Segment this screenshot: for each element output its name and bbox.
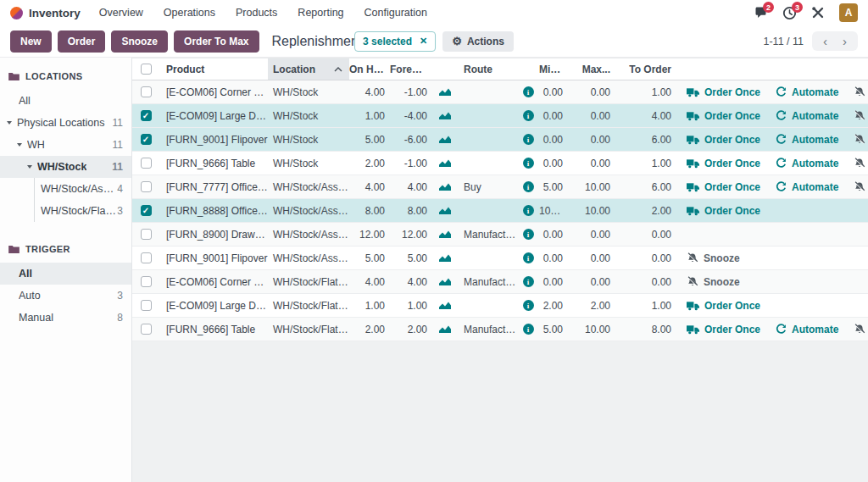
menu-overview[interactable]: Overview	[99, 7, 143, 19]
order-once-button[interactable]: Order Once	[687, 324, 760, 335]
to-order-cell[interactable]: 6.00	[617, 181, 678, 193]
order-once-button[interactable]: Order Once	[687, 86, 760, 98]
table-row[interactable]: [FURN_9666] TableWH/Stock/Flat P...2.002…	[132, 318, 868, 341]
product-cell[interactable]: [FURN_7777] Office Chair	[159, 181, 268, 193]
forecast-chart-button[interactable]	[432, 135, 458, 144]
messages-icon[interactable]: 2	[753, 5, 768, 20]
table-row[interactable]: [E-COM06] Corner Desk ...WH/Stock/Flat P…	[132, 270, 868, 294]
to-order-cell[interactable]: 1.00	[617, 158, 678, 169]
table-row[interactable]: ✓[E-COM09] Large DeskWH/Stock1.00-4.00i0…	[132, 104, 868, 128]
sidebar-item-auto[interactable]: Auto3	[0, 285, 131, 307]
user-avatar[interactable]: A	[839, 3, 858, 22]
product-cell[interactable]: [FURN_9001] Flipover	[159, 134, 268, 146]
table-row[interactable]: [FURN_9666] TableWH/Stock2.00-1.00i0.000…	[132, 152, 868, 175]
automate-button[interactable]: Automate	[776, 110, 838, 122]
menu-products[interactable]: Products	[236, 7, 277, 19]
table-row[interactable]: [E-COM06] Corner Desk ...WH/Stock4.00-1.…	[132, 80, 868, 104]
table-row[interactable]: ✓[FURN_9001] FlipoverWH/Stock5.00-6.00i0…	[132, 128, 868, 152]
column-header-route[interactable]: Route	[458, 64, 517, 75]
order-to-max-button[interactable]: Order To Max	[174, 30, 259, 53]
forecast-chart-button[interactable]	[432, 111, 458, 120]
sidebar-item-physical-locations[interactable]: Physical Locations11	[0, 112, 131, 134]
menu-reporting[interactable]: Reporting	[298, 7, 343, 19]
caret-down-icon[interactable]	[7, 121, 12, 125]
product-cell[interactable]: [FURN_9001] Flipover	[159, 252, 268, 264]
app-name[interactable]: Inventory	[29, 7, 81, 19]
to-order-cell[interactable]: 8.00	[617, 324, 678, 335]
info-icon[interactable]: i	[517, 181, 539, 192]
forecast-chart-button[interactable]	[432, 158, 458, 168]
product-cell[interactable]: [E-COM06] Corner Desk ...	[159, 276, 268, 288]
sidebar-item-wh-stock[interactable]: WH/Stock11	[0, 156, 131, 178]
new-button[interactable]: New	[10, 30, 52, 53]
info-icon[interactable]: i	[517, 229, 539, 240]
table-row[interactable]: [FURN_9001] FlipoverWH/Stock/Asse...5.00…	[132, 247, 868, 270]
to-order-cell[interactable]: 0.00	[617, 276, 678, 288]
forecast-chart-button[interactable]	[432, 87, 458, 97]
to-order-cell[interactable]: 2.00	[617, 205, 678, 217]
column-header-min[interactable]: Min ...	[539, 64, 568, 75]
row-checkbox[interactable]: ✓	[132, 134, 159, 145]
tools-icon[interactable]	[810, 5, 826, 20]
table-row[interactable]: [FURN_7777] Office ChairWH/Stock/Asse...…	[132, 175, 868, 199]
snooze-button[interactable]: Snooze	[687, 252, 740, 264]
automate-button[interactable]: Automate	[776, 181, 838, 193]
snooze-button[interactable]: Snooze	[687, 276, 740, 288]
app-brand[interactable]: Inventory	[10, 7, 81, 19]
forecast-chart-button[interactable]	[432, 230, 458, 239]
info-icon[interactable]: i	[517, 134, 539, 145]
caret-down-icon[interactable]	[17, 143, 22, 147]
automate-button[interactable]: Automate	[776, 324, 838, 335]
snooze-button[interactable]: Snooze	[854, 158, 868, 169]
sidebar-item-manual[interactable]: Manual8	[0, 307, 131, 329]
order-button[interactable]: Order	[58, 30, 106, 53]
info-icon[interactable]: i	[517, 110, 539, 121]
info-icon[interactable]: i	[517, 276, 539, 287]
caret-down-icon[interactable]	[27, 165, 32, 169]
table-row[interactable]: ✓[FURN_8888] Office LampWH/Stock/Asse...…	[132, 199, 868, 223]
table-row[interactable]: [E-COM09] Large DeskWH/Stock/Flat P...1.…	[132, 294, 868, 318]
order-once-button[interactable]: Order Once	[687, 205, 760, 217]
row-checkbox[interactable]	[132, 324, 159, 335]
forecast-chart-button[interactable]	[432, 277, 458, 286]
sidebar-item-wh[interactable]: WH11	[0, 134, 131, 156]
column-header-location[interactable]: Location	[268, 58, 349, 80]
forecast-chart-button[interactable]	[432, 182, 458, 191]
to-order-cell[interactable]: 1.00	[617, 86, 678, 98]
to-order-cell[interactable]: 6.00	[617, 134, 678, 146]
order-once-button[interactable]: Order Once	[687, 134, 760, 146]
snooze-button[interactable]: Snooze	[111, 30, 168, 53]
column-header-on-hand[interactable]: On Hand	[349, 64, 390, 75]
row-checkbox[interactable]	[132, 276, 159, 287]
info-icon[interactable]: i	[517, 205, 539, 216]
product-cell[interactable]: [FURN_8888] Office Lamp	[159, 205, 268, 217]
menu-configuration[interactable]: Configuration	[364, 7, 427, 19]
table-row[interactable]: [FURN_8900] Drawer BlackWH/Stock/Asse...…	[132, 223, 868, 247]
sidebar-item-wh-stock-flat-p-[interactable]: WH/Stock/Flat P...3	[35, 200, 131, 222]
snooze-button[interactable]: Snooze	[854, 110, 868, 122]
sidebar-item-all[interactable]: All	[0, 263, 131, 285]
forecast-chart-button[interactable]	[432, 301, 458, 310]
column-header-product[interactable]: Product	[159, 64, 268, 75]
forecast-chart-button[interactable]	[432, 324, 458, 334]
order-once-button[interactable]: Order Once	[687, 158, 760, 169]
pager-prev-button[interactable]: ‹	[815, 33, 835, 49]
automate-button[interactable]: Automate	[776, 158, 838, 169]
order-once-button[interactable]: Order Once	[687, 110, 760, 122]
product-cell[interactable]: [E-COM09] Large Desk	[159, 110, 268, 122]
column-header-forecast[interactable]: Forecast	[390, 64, 432, 75]
actions-button[interactable]: ⚙ Actions	[442, 31, 514, 52]
to-order-cell[interactable]: 0.00	[617, 252, 678, 264]
snooze-button[interactable]: Snooze	[854, 134, 868, 146]
order-once-button[interactable]: Order Once	[687, 300, 760, 312]
forecast-chart-button[interactable]	[432, 206, 458, 215]
snooze-button[interactable]: Snooze	[854, 324, 868, 335]
sidebar-item-all[interactable]: All	[0, 90, 131, 112]
product-cell[interactable]: [FURN_8900] Drawer Black	[159, 229, 268, 241]
info-icon[interactable]: i	[517, 86, 539, 97]
product-cell[interactable]: [FURN_9666] Table	[159, 324, 268, 335]
column-header-max[interactable]: Max...	[568, 64, 617, 75]
automate-button[interactable]: Automate	[776, 86, 838, 98]
automate-button[interactable]: Automate	[776, 134, 838, 146]
to-order-cell[interactable]: 4.00	[617, 110, 678, 122]
